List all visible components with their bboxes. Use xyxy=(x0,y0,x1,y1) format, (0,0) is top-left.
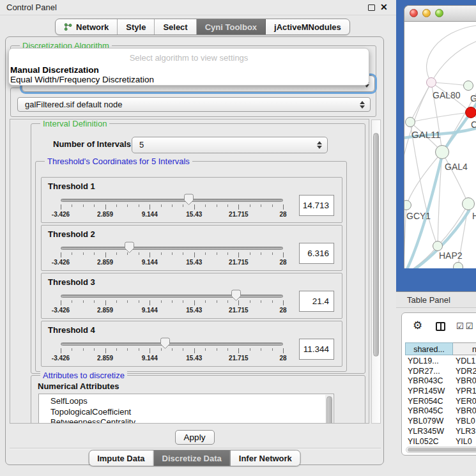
number-of-intervals-combobox[interactable]: 5 xyxy=(132,137,328,153)
slider-tick-label: -3.426 xyxy=(52,355,70,362)
numerical-attributes-list[interactable]: SelfLoopsTopologicalCoefficientBetweenne… xyxy=(38,394,334,424)
slider-major-ticks xyxy=(61,252,284,257)
table-row[interactable]: YBR045CYBR0 xyxy=(405,406,476,417)
cell-shared-name[interactable]: YBR043C xyxy=(408,376,443,387)
cell-name[interactable]: YER0 xyxy=(456,397,476,407)
close-traffic-light-icon[interactable] xyxy=(410,9,418,17)
close-icon[interactable]: ✕ xyxy=(380,2,388,12)
scrollbar-thumb[interactable] xyxy=(326,396,332,424)
cell-shared-name[interactable]: YER054C xyxy=(408,397,443,407)
tab-jactivemnodules[interactable]: jActiveMNodules xyxy=(266,19,349,35)
cell-name[interactable]: YBL0 xyxy=(456,417,475,427)
tab-label: Network xyxy=(76,22,109,32)
split-column-icon[interactable] xyxy=(436,322,445,331)
slider-tick-label: 21.715 xyxy=(229,307,249,314)
tab-style[interactable]: Style xyxy=(118,19,155,35)
slider-track[interactable] xyxy=(61,295,283,298)
tab-select[interactable]: Select xyxy=(155,19,196,35)
network-node-label: C xyxy=(471,119,476,130)
cell-shared-name[interactable]: YPR145W xyxy=(408,387,445,397)
table-row[interactable]: YDR27...YDR2 xyxy=(405,367,476,377)
checkbox-icons[interactable]: ☑☑ xyxy=(456,321,475,331)
slider-tick-label: 9.144 xyxy=(142,307,158,314)
table-row[interactable]: YBR043CYBR0 xyxy=(405,376,476,387)
dropdown-option-equal-width-frequency[interactable]: Equal Width/Frequency Discretization xyxy=(10,75,154,84)
network-node[interactable] xyxy=(405,117,415,127)
network-canvas[interactable]: GAL80GACGAL11GAL4GCY1HHAP2 xyxy=(404,22,476,268)
table-row[interactable]: YLR345WYLR3 xyxy=(405,427,476,437)
table-row[interactable]: YBL079WYBL0 xyxy=(405,417,476,427)
attribute-list-item[interactable]: BetweennessCentrality xyxy=(39,417,334,424)
network-node[interactable] xyxy=(433,241,443,251)
threshold-value-field[interactable]: 6.316 xyxy=(299,243,334,264)
table-row[interactable]: YER054CYER0 xyxy=(405,397,476,407)
settings-scrollbar[interactable] xyxy=(371,119,381,424)
cell-name[interactable]: YLR3 xyxy=(456,427,475,437)
slider-thumb[interactable] xyxy=(125,242,134,253)
threshold-value-field[interactable]: 21.4 xyxy=(299,291,334,312)
threshold-value-field[interactable]: 11.344 xyxy=(299,339,334,360)
dropdown-option-manual-discretization[interactable]: Manual Discretization xyxy=(10,65,99,75)
network-node[interactable] xyxy=(404,200,411,210)
cell-shared-name[interactable]: YIL052C xyxy=(408,437,439,447)
thresholds-group: Threshold's Coordinates for 5 Intervals … xyxy=(35,161,347,372)
list-scrollbar[interactable] xyxy=(325,395,333,424)
network-node[interactable] xyxy=(453,262,463,268)
threshold-value-field[interactable]: 14.713 xyxy=(299,195,334,216)
cell-name[interactable]: YDR2 xyxy=(456,367,476,377)
attribute-list-item[interactable]: SelfLoops xyxy=(39,396,334,407)
cell-name[interactable]: YBR0 xyxy=(456,406,476,417)
network-node[interactable] xyxy=(465,107,476,118)
slider-thumb[interactable] xyxy=(231,289,241,301)
cell-name[interactable]: YPR1 xyxy=(456,387,476,397)
table-data-combobox[interactable]: galFiltered.sif default node xyxy=(17,97,371,112)
network-node[interactable] xyxy=(435,145,449,159)
slider-track[interactable] xyxy=(61,247,283,250)
network-node[interactable] xyxy=(463,81,473,91)
scrollbar-thumb[interactable] xyxy=(408,448,476,452)
tab-label: Impute Data xyxy=(97,454,144,463)
table-horizontal-scrollbar[interactable] xyxy=(406,447,476,453)
control-panel-tabs: Network Style Select Cyni Toolbox jActiv… xyxy=(55,19,350,35)
slider-thumb[interactable] xyxy=(184,194,194,205)
attribute-list-item[interactable]: TopologicalCoefficient xyxy=(39,407,334,418)
cell-shared-name[interactable]: YLR345W xyxy=(408,427,444,437)
table-panel-title: Table Panel xyxy=(407,295,450,305)
cell-name[interactable]: YIL0 xyxy=(456,437,472,447)
scrollbar-thumb[interactable] xyxy=(373,133,379,357)
settings-scroll-viewport: Interval Definition Number of Intervals … xyxy=(10,119,369,424)
apply-button[interactable]: Apply xyxy=(175,430,215,445)
slider-track[interactable] xyxy=(61,342,283,346)
tab-label: Cyni Toolbox xyxy=(205,22,257,32)
tab-cyni-toolbox[interactable]: Cyni Toolbox xyxy=(197,19,266,35)
gear-icon[interactable]: ⚙ xyxy=(413,319,422,332)
table-row[interactable]: YIL052CYIL0 xyxy=(405,437,476,447)
tab-discretize-data[interactable]: Discretize Data xyxy=(154,450,231,466)
network-window[interactable]: GAL80GACGAL11GAL4GCY1HHAP2 xyxy=(404,5,476,268)
float-window-icon[interactable] xyxy=(368,4,375,11)
slider-track[interactable] xyxy=(61,199,283,202)
cell-shared-name[interactable]: YDL19... xyxy=(408,357,439,367)
column-header-shared-name[interactable]: shared... xyxy=(405,342,453,355)
column-header-name[interactable]: na xyxy=(453,342,476,355)
node-table-panel: ⚙ ☑☑ shared... na YDL19...YDL1YDR27...YD… xyxy=(401,312,476,456)
tab-network[interactable]: Network xyxy=(56,19,118,35)
cell-shared-name[interactable]: YBL079W xyxy=(408,417,443,427)
zoom-traffic-light-icon[interactable] xyxy=(435,9,443,17)
table-row[interactable]: YPR145WYPR1 xyxy=(405,387,476,397)
cell-shared-name[interactable]: YDR27... xyxy=(408,367,440,377)
network-node[interactable] xyxy=(426,77,436,88)
tab-infer-network[interactable]: Infer Network xyxy=(231,450,300,466)
network-node[interactable] xyxy=(462,197,475,210)
slider-tick-label: 9.144 xyxy=(142,355,158,362)
table-row[interactable]: YDL19...YDL1 xyxy=(405,357,476,367)
threshold-label: Threshold 4 xyxy=(48,325,95,335)
table-panel-titlebar: Table Panel xyxy=(396,291,476,308)
tab-impute-data[interactable]: Impute Data xyxy=(89,450,153,466)
slider-thumb[interactable] xyxy=(160,337,170,349)
cell-name[interactable]: YDL1 xyxy=(456,357,475,367)
cell-shared-name[interactable]: YBR045C xyxy=(408,406,443,417)
cyni-toolbox-panel: Discretization Algorithm Select algorith… xyxy=(5,36,384,465)
minimize-traffic-light-icon[interactable] xyxy=(422,9,431,17)
cell-name[interactable]: YBR0 xyxy=(456,376,476,387)
